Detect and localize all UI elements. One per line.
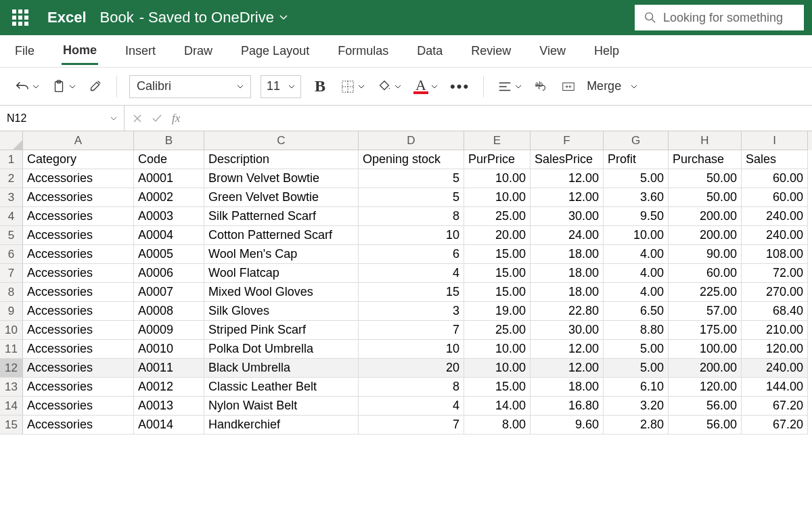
column-header-G[interactable]: G — [604, 131, 669, 150]
cell[interactable]: Category — [23, 150, 134, 169]
borders-button[interactable] — [339, 78, 366, 95]
cell[interactable]: 90.00 — [669, 245, 742, 264]
cell[interactable]: 8.80 — [604, 321, 669, 340]
format-painter-button[interactable] — [87, 78, 104, 95]
cell[interactable]: A0006 — [134, 264, 204, 283]
tab-draw[interactable]: Draw — [183, 39, 214, 64]
cell[interactable]: Accessories — [23, 397, 134, 416]
cell[interactable]: 14.00 — [464, 397, 531, 416]
select-all-corner[interactable] — [0, 131, 23, 150]
column-header-I[interactable]: I — [742, 131, 808, 150]
cell[interactable]: 60.00 — [742, 188, 808, 207]
cell[interactable]: Polka Dot Umbrella — [204, 340, 359, 359]
fill-color-button[interactable] — [376, 78, 403, 95]
cell[interactable]: 120.00 — [669, 378, 742, 397]
accept-icon[interactable] — [152, 113, 162, 124]
cell[interactable]: 10 — [359, 226, 464, 245]
cell[interactable]: 5.00 — [604, 340, 669, 359]
cell[interactable]: 15.00 — [464, 245, 531, 264]
cell[interactable]: 18.00 — [531, 245, 604, 264]
cell[interactable]: 4 — [359, 397, 464, 416]
tab-formulas[interactable]: Formulas — [336, 39, 390, 64]
row-header[interactable]: 5 — [0, 226, 23, 245]
cell[interactable]: 30.00 — [531, 321, 604, 340]
cell[interactable]: 3 — [359, 302, 464, 321]
font-name-select[interactable]: Calibri — [129, 75, 251, 98]
row-header[interactable]: 9 — [0, 302, 23, 321]
cell[interactable]: 240.00 — [742, 226, 808, 245]
cancel-icon[interactable] — [133, 114, 142, 123]
cell[interactable]: 225.00 — [669, 283, 742, 302]
cell[interactable]: 4.00 — [604, 264, 669, 283]
cell[interactable]: Accessories — [23, 302, 134, 321]
cell[interactable]: 12.00 — [531, 359, 604, 378]
cell[interactable]: Accessories — [23, 340, 134, 359]
column-header-E[interactable]: E — [464, 131, 531, 150]
cell[interactable]: 210.00 — [742, 321, 808, 340]
tab-page-layout[interactable]: Page Layout — [240, 39, 311, 64]
row-header[interactable]: 8 — [0, 283, 23, 302]
cell[interactable]: 50.00 — [669, 188, 742, 207]
cell[interactable]: 8 — [359, 378, 464, 397]
cell[interactable]: Accessories — [23, 321, 134, 340]
column-header-A[interactable]: A — [23, 131, 134, 150]
font-color-button[interactable]: A — [412, 78, 439, 95]
row-header[interactable]: 3 — [0, 188, 23, 207]
cell[interactable]: A0005 — [134, 245, 204, 264]
cell[interactable]: Code — [134, 150, 204, 169]
cell[interactable]: 10.00 — [464, 188, 531, 207]
cell[interactable]: 4 — [359, 264, 464, 283]
cell[interactable]: 60.00 — [742, 169, 808, 188]
cell[interactable]: Profit — [604, 150, 669, 169]
cell[interactable]: Accessories — [23, 245, 134, 264]
cell[interactable]: Accessories — [23, 416, 134, 435]
cell[interactable]: Striped Pink Scarf — [204, 321, 359, 340]
cell[interactable]: 67.20 — [742, 416, 808, 435]
cell[interactable]: 270.00 — [742, 283, 808, 302]
cell[interactable]: 9.50 — [604, 207, 669, 226]
row-header[interactable]: 7 — [0, 264, 23, 283]
cell[interactable]: 120.00 — [742, 340, 808, 359]
cell[interactable]: 12.00 — [531, 169, 604, 188]
cell[interactable]: 18.00 — [531, 378, 604, 397]
cell[interactable]: 56.00 — [669, 397, 742, 416]
cell[interactable]: 57.00 — [669, 302, 742, 321]
cell[interactable]: 200.00 — [669, 359, 742, 378]
cell[interactable]: 5 — [359, 169, 464, 188]
row-header[interactable]: 2 — [0, 169, 23, 188]
row-header[interactable]: 14 — [0, 397, 23, 416]
cell[interactable]: Cotton Patterned Scarf — [204, 226, 359, 245]
cell[interactable]: 144.00 — [742, 378, 808, 397]
cell[interactable]: Handkerchief — [204, 416, 359, 435]
cell[interactable]: 10.00 — [464, 340, 531, 359]
cell[interactable]: A0014 — [134, 416, 204, 435]
undo-button[interactable] — [14, 78, 41, 95]
cell[interactable]: Mixed Wool Gloves — [204, 283, 359, 302]
cell[interactable]: A0001 — [134, 169, 204, 188]
cell[interactable]: Sales — [742, 150, 808, 169]
cell[interactable]: 6 — [359, 245, 464, 264]
cell[interactable]: 18.00 — [531, 283, 604, 302]
cell[interactable]: 67.20 — [742, 397, 808, 416]
cell[interactable]: 240.00 — [742, 359, 808, 378]
cell[interactable]: SalesPrice — [531, 150, 604, 169]
cell[interactable]: Green Velvet Bowtie — [204, 188, 359, 207]
row-header[interactable]: 1 — [0, 150, 23, 169]
name-box[interactable]: N12 — [0, 106, 125, 131]
formula-input[interactable] — [188, 106, 812, 131]
paste-button[interactable] — [50, 78, 77, 95]
cell[interactable]: 10 — [359, 340, 464, 359]
cell[interactable]: 8 — [359, 207, 464, 226]
cell[interactable]: A0013 — [134, 397, 204, 416]
cell[interactable]: 9.60 — [531, 416, 604, 435]
cell[interactable]: 6.10 — [604, 378, 669, 397]
tab-home[interactable]: Home — [62, 38, 98, 65]
cell[interactable]: 3.60 — [604, 188, 669, 207]
cell[interactable]: 15.00 — [464, 283, 531, 302]
align-button[interactable] — [496, 78, 523, 95]
cell[interactable]: 4.00 — [604, 283, 669, 302]
wrap-text-button[interactable]: ab — [533, 78, 550, 95]
cell[interactable]: 68.40 — [742, 302, 808, 321]
cell[interactable]: 6.50 — [604, 302, 669, 321]
cell[interactable]: Opening stock — [359, 150, 464, 169]
